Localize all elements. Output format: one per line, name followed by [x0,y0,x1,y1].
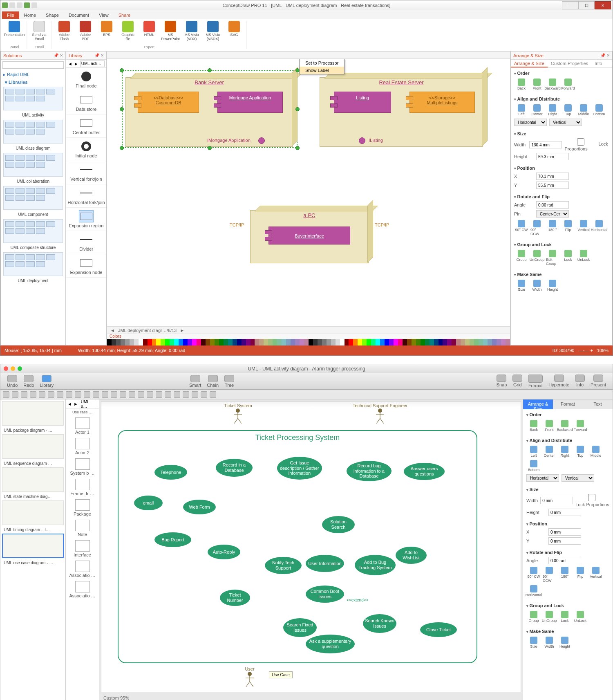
lock-prop[interactable] [575,494,608,501]
usecase[interactable]: Record in a Database [216,459,253,477]
pin-icon[interactable]: 📌 ✕ [94,53,104,58]
color-swatch[interactable] [398,339,403,346]
color-swatch[interactable] [394,339,398,346]
color-swatch[interactable] [121,339,125,346]
y-input[interactable] [536,182,569,189]
toolbar-button[interactable]: Redo [21,374,36,388]
selection-handle[interactable] [120,68,124,72]
solution-thumb[interactable] [2,401,64,426]
arr-btn[interactable]: Center [530,103,544,117]
arr-btn[interactable]: Bottom [526,459,541,473]
tab-home[interactable]: Home [19,11,41,19]
arr-btn[interactable]: Horizontal [592,219,606,237]
arr-tab[interactable]: Format [553,399,583,409]
tool-icon[interactable] [3,391,9,398]
color-swatch[interactable] [192,339,197,346]
color-swatch[interactable] [201,339,206,346]
toolbar-button[interactable]: Chain [204,374,221,388]
tool-icon[interactable] [174,391,180,398]
solution-thumb[interactable] [2,467,64,492]
color-swatch[interactable] [336,339,340,346]
pin-icon[interactable]: 📌 ✕ [54,53,63,58]
component-mortgage[interactable]: Mortgage Application [217,92,283,113]
arr-btn[interactable]: Left [526,445,541,458]
tool-icon[interactable] [39,391,45,398]
tool-icon[interactable] [165,391,171,398]
color-swatch[interactable] [295,339,300,346]
tool-icon[interactable] [48,391,54,398]
selection-handle[interactable] [120,107,124,111]
library-item[interactable]: Divider [66,231,106,254]
color-swatch[interactable] [197,339,201,346]
port-imortgage[interactable] [258,137,265,144]
usecase[interactable]: Auto-Reply [208,545,240,559]
arr-btn[interactable]: Flip [573,566,588,583]
color-swatch[interactable] [313,339,318,346]
color-swatch[interactable] [210,339,215,346]
color-swatch[interactable] [421,339,425,346]
library-item[interactable]: Final node [66,68,106,91]
canvas[interactable]: Ticket System Technical Support Engineer… [101,401,521,692]
library-item[interactable]: Expansion node [66,254,106,278]
color-swatch[interactable] [456,339,461,346]
arr-btn[interactable]: 90° CW [526,566,541,583]
usecase[interactable]: Ticket Number [220,590,250,606]
color-swatch[interactable] [148,339,152,346]
arr-btn[interactable]: Size [514,279,529,292]
tool-icon[interactable] [129,391,135,398]
tool-icon[interactable] [84,391,90,398]
color-swatch[interactable] [139,339,143,346]
selection-handle[interactable] [208,68,212,72]
tool-icon[interactable] [75,391,81,398]
tool-icon[interactable] [30,391,36,398]
color-swatch[interactable] [358,339,362,346]
color-swatch[interactable] [497,339,501,346]
align-h-select[interactable]: Horizontal [526,474,559,482]
actor-user[interactable]: User [244,666,255,688]
port-ilisting[interactable] [359,137,365,144]
library-selector[interactable]: UML u… [80,401,97,407]
component-customerdb[interactable]: <<Database>> CustomerDB [138,92,199,113]
arr-btn[interactable]: Right [557,445,572,458]
color-swatch[interactable] [367,339,371,346]
color-swatch[interactable] [116,339,121,346]
color-swatch[interactable] [318,339,322,346]
arr-btn[interactable]: Height [557,636,572,649]
arr-btn[interactable]: Group [514,249,529,267]
tab-file[interactable]: File [2,11,19,19]
ribbon-button[interactable]: MS Visio (VDX) [183,21,201,41]
color-swatch[interactable] [492,339,497,346]
x-input[interactable] [536,173,569,180]
color-swatch[interactable] [165,339,170,346]
nav-back-icon[interactable]: ◄ [68,61,72,66]
color-swatch[interactable] [143,339,148,346]
ribbon-button[interactable]: Presentation [5,21,23,37]
color-swatch[interactable] [479,339,483,346]
arr-btn[interactable]: UnLock [576,249,591,267]
color-swatch[interactable] [412,339,416,346]
usecase[interactable]: Search Known Issues [363,614,396,633]
arr-btn[interactable]: Lock [557,610,572,624]
component-storage[interactable]: <<Storage>> MultipleListings [409,92,475,113]
arr-btn[interactable]: Middle [588,445,603,458]
color-swatch[interactable] [461,339,465,346]
usecase[interactable]: Ask a supplementary question [306,635,355,653]
arr-btn[interactable]: Horizontal [526,584,541,598]
ctx-item[interactable]: Show Label [300,67,344,74]
color-swatch[interactable] [107,339,112,346]
nav-fwd-icon[interactable]: ► [74,61,78,66]
arr-btn[interactable]: 90° CW [514,219,529,237]
ctx-item[interactable]: Set to Processor [300,59,344,67]
color-swatch[interactable] [465,339,470,346]
width-input[interactable] [540,497,573,504]
selection-handle[interactable] [208,146,212,150]
arr-btn[interactable]: 90° CCW [530,219,544,237]
arr-btn[interactable]: Edit Group [545,249,560,267]
library-item[interactable]: Horizontal fork/join [66,184,106,208]
color-swatch[interactable] [345,339,349,346]
color-swatch[interactable] [282,339,286,346]
color-swatch[interactable] [264,339,268,346]
library-item[interactable]: Vertical fork/join [66,161,106,184]
color-swatch[interactable] [304,339,309,346]
color-swatch[interactable] [434,339,438,346]
